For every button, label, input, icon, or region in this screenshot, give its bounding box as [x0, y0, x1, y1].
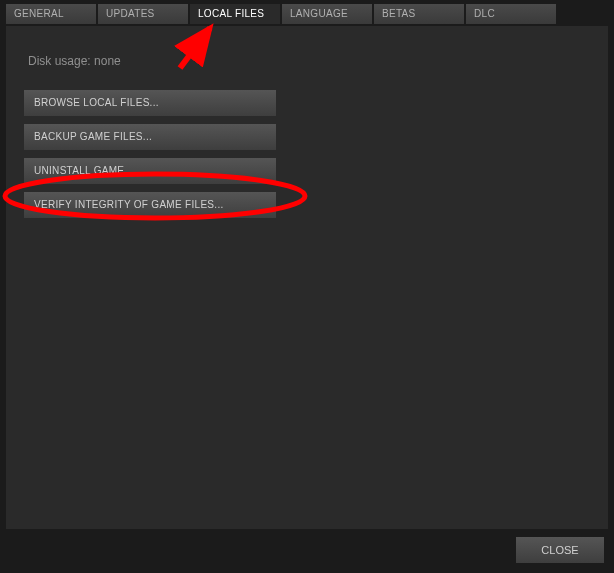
verify-integrity-button[interactable]: VERIFY INTEGRITY OF GAME FILES...	[24, 192, 276, 218]
tab-betas[interactable]: BETAS	[374, 4, 464, 24]
footer: CLOSE	[516, 537, 604, 563]
tab-bar: GENERAL UPDATES LOCAL FILES LANGUAGE BET…	[0, 0, 614, 24]
tab-updates[interactable]: UPDATES	[98, 4, 188, 24]
tab-general[interactable]: GENERAL	[6, 4, 96, 24]
close-button[interactable]: CLOSE	[516, 537, 604, 563]
tab-local-files[interactable]: LOCAL FILES	[190, 4, 280, 24]
browse-local-files-button[interactable]: BROWSE LOCAL FILES...	[24, 90, 276, 116]
tab-dlc[interactable]: DLC	[466, 4, 556, 24]
local-files-panel: Disk usage: none BROWSE LOCAL FILES... B…	[6, 26, 608, 529]
backup-game-files-button[interactable]: BACKUP GAME FILES...	[24, 124, 276, 150]
uninstall-game-button[interactable]: UNINSTALL GAME...	[24, 158, 276, 184]
disk-usage-label: Disk usage: none	[28, 54, 590, 68]
tab-language[interactable]: LANGUAGE	[282, 4, 372, 24]
